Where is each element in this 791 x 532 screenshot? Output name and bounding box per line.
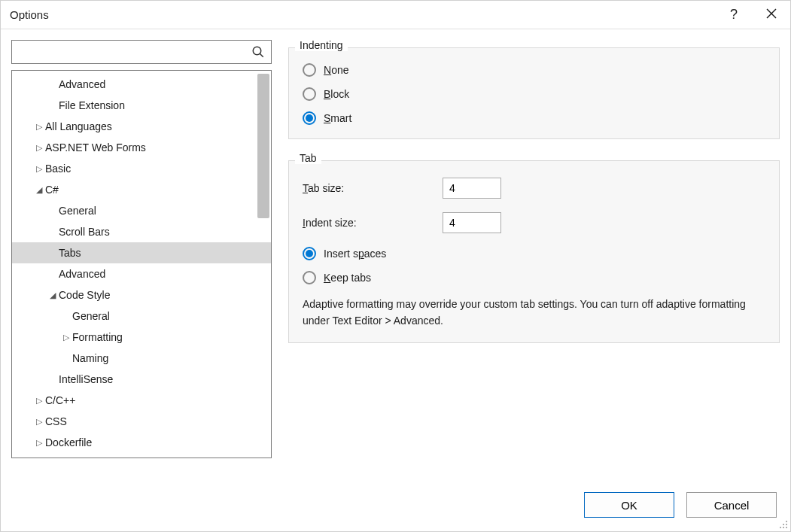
tree-item-label: Code Style	[59, 289, 110, 301]
radio-icon	[303, 271, 316, 284]
tree-item[interactable]: ▷Basic	[12, 158, 271, 179]
tree-item[interactable]: ▷Formatting	[12, 327, 271, 348]
tree-item[interactable]: General	[12, 306, 271, 327]
close-button[interactable]	[759, 4, 784, 26]
settings-panel: Indenting None Block Smart Tab Tab size:…	[288, 40, 780, 476]
tree-item-label: Advanced	[59, 78, 105, 90]
keep-tabs-radio[interactable]: Keep tabs	[303, 271, 765, 284]
chevron-right-icon[interactable]: ▷	[35, 164, 44, 174]
tree-item[interactable]: Advanced	[12, 74, 271, 95]
insert-spaces-label: Insert spaces	[324, 248, 386, 260]
window-title: Options	[10, 8, 49, 21]
tree-item[interactable]: ◢C#	[12, 179, 271, 200]
tab-size-label: Tab size:	[303, 182, 443, 194]
tree-item-label: Dockerfile	[45, 436, 92, 448]
chevron-right-icon[interactable]: ▷	[35, 417, 44, 427]
tree-scrollbar[interactable]	[257, 74, 269, 218]
tab-group: Tab Tab size: Indent size: Insert spaces…	[288, 160, 780, 343]
tree-item[interactable]: General	[12, 200, 271, 221]
tree-item-label: Advanced	[59, 268, 105, 280]
indenting-smart-radio[interactable]: Smart	[303, 111, 765, 125]
tree-item[interactable]: ▷Dockerfile	[12, 432, 271, 453]
tree-item-label: Formatting	[72, 331, 123, 343]
tree-item-label: Basic	[45, 163, 71, 175]
tree-item[interactable]: Naming	[12, 348, 271, 369]
search-icon	[251, 45, 265, 59]
radio-icon	[303, 63, 316, 77]
close-icon	[766, 8, 777, 19]
chevron-down-icon[interactable]: ◢	[35, 185, 44, 195]
search-input[interactable]	[11, 40, 272, 64]
indenting-group-label: Indenting	[295, 39, 348, 51]
chevron-right-icon[interactable]: ▷	[62, 333, 71, 342]
tree-item-label: Naming	[72, 352, 108, 364]
options-tree: AdvancedFile Extension▷All Languages▷ASP…	[11, 70, 272, 458]
tree-item-label: General	[72, 310, 110, 322]
chevron-right-icon[interactable]: ▷	[35, 143, 44, 153]
tree-item-label: General	[59, 205, 96, 217]
dialog-buttons: OK Cancel	[584, 492, 777, 518]
tree-item[interactable]: ▷C/C++	[12, 390, 271, 411]
tree-item-label: C#	[45, 184, 59, 196]
svg-point-2	[253, 47, 261, 55]
tree-item-label: CSS	[45, 415, 67, 427]
tree-item[interactable]: ▷CSS	[12, 411, 271, 432]
indenting-block-radio[interactable]: Block	[303, 87, 765, 101]
radio-icon	[303, 111, 316, 125]
resize-grip[interactable]	[778, 519, 789, 530]
tree-item[interactable]: Advanced	[12, 263, 271, 284]
indenting-none-label: None	[324, 64, 348, 76]
sidebar: AdvancedFile Extension▷All Languages▷ASP…	[11, 40, 272, 476]
cancel-button[interactable]: Cancel	[686, 492, 777, 518]
chevron-right-icon[interactable]: ▷	[35, 122, 44, 132]
keep-tabs-label: Keep tabs	[324, 272, 371, 284]
tree-item[interactable]: ▷ASP.NET Web Forms	[12, 137, 271, 158]
tree-item-label: Tabs	[59, 247, 81, 259]
indenting-none-radio[interactable]: None	[303, 63, 765, 77]
svg-line-3	[260, 53, 263, 57]
tree-item[interactable]: Scroll Bars	[12, 221, 271, 242]
ok-button[interactable]: OK	[584, 492, 674, 518]
radio-icon	[303, 247, 316, 260]
tree-item-label: File Extension	[59, 99, 125, 111]
indent-size-input[interactable]	[443, 212, 501, 233]
chevron-right-icon[interactable]: ▷	[35, 396, 44, 406]
tab-group-label: Tab	[295, 152, 321, 164]
tree-item[interactable]: ◢Code Style	[12, 284, 271, 306]
chevron-right-icon[interactable]: ▷	[35, 438, 44, 448]
tree-item-label: All Languages	[45, 120, 112, 132]
tree-item[interactable]: File Extension	[12, 95, 271, 116]
tab-size-input[interactable]	[443, 178, 501, 199]
indenting-smart-label: Smart	[324, 112, 351, 124]
tree-item-label: Scroll Bars	[59, 226, 110, 238]
adaptive-formatting-hint: Adaptive formatting may override your cu…	[303, 296, 765, 329]
indent-size-label: Indent size:	[303, 217, 443, 229]
tree-item[interactable]: IntelliSense	[12, 369, 271, 390]
tree-item[interactable]: ▷All Languages	[12, 116, 271, 137]
tree-item-label: C/C++	[45, 394, 75, 406]
radio-icon	[303, 87, 316, 101]
window-controls: ?	[723, 4, 784, 26]
indenting-group: Indenting None Block Smart	[288, 47, 780, 139]
titlebar: Options ?	[1, 1, 790, 29]
help-button[interactable]: ?	[723, 4, 745, 26]
tree-item[interactable]: Tabs	[12, 242, 271, 263]
tree-item-label: IntelliSense	[59, 373, 113, 385]
insert-spaces-radio[interactable]: Insert spaces	[303, 247, 765, 260]
indenting-block-label: Block	[324, 88, 349, 100]
chevron-down-icon[interactable]: ◢	[48, 290, 57, 300]
tree-item-label: ASP.NET Web Forms	[45, 141, 146, 154]
